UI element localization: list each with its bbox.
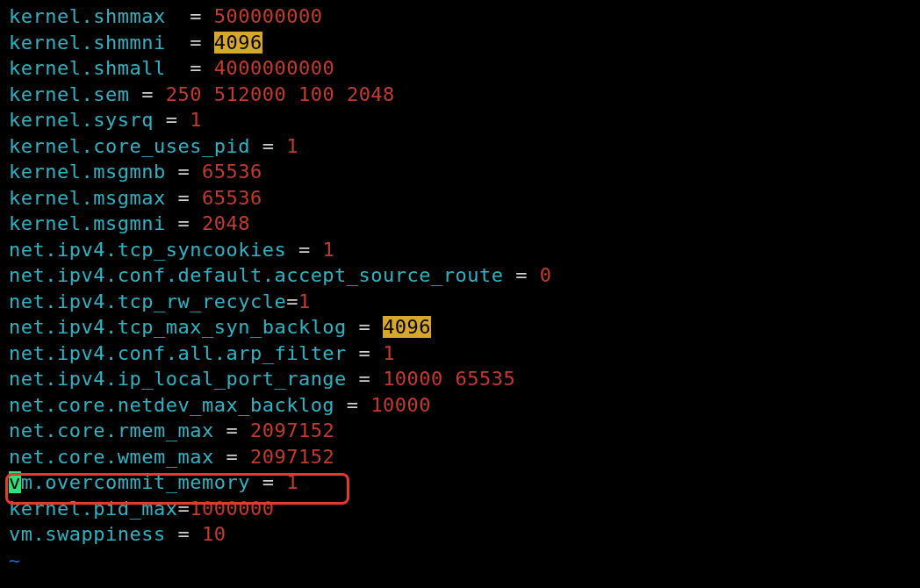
sysctl-value: 10000 65535 <box>383 368 515 390</box>
sysctl-value: 2097152 <box>250 419 334 441</box>
sysctl-value: 2048 <box>202 212 250 234</box>
config-line: kernel.shmall = 4000000000 <box>9 55 911 82</box>
config-line: net.core.rmem_max = 2097152 <box>9 418 911 444</box>
sysctl-value: 250 512000 100 2048 <box>166 83 395 105</box>
sysctl-value: 1 <box>286 471 298 493</box>
sysctl-value: 10 <box>202 523 226 545</box>
sysctl-key: net.core.netdev_max_backlog <box>9 394 334 416</box>
search-match: 4096 <box>214 32 262 54</box>
config-line: kernel.core_uses_pid = 1 <box>9 133 911 160</box>
config-line: net.core.wmem_max = 2097152 <box>9 444 911 470</box>
config-line: kernel.msgmnb = 65536 <box>9 159 911 185</box>
sysctl-key: net.core.wmem_max <box>9 446 214 468</box>
config-line: net.ipv4.ip_local_port_range = 10000 655… <box>9 366 911 392</box>
config-line: net.ipv4.conf.all.arp_filter = 1 <box>9 341 911 367</box>
equals-sign: = <box>214 419 250 441</box>
sysctl-key: net.ipv4.ip_local_port_range <box>9 368 347 390</box>
config-line: net.ipv4.conf.default.accept_source_rout… <box>9 262 911 289</box>
equals-sign: = <box>347 316 383 338</box>
sysctl-key: kernel.shmall <box>9 57 166 79</box>
equals-sign: = <box>286 239 322 261</box>
config-line: net.ipv4.tcp_max_syn_backlog = 4096 <box>9 314 911 341</box>
sysctl-value: 1 <box>190 109 202 131</box>
sysctl-value: 65536 <box>202 161 262 183</box>
equals-sign: = <box>166 523 202 545</box>
equals-sign: = <box>347 342 383 364</box>
config-line: ~ <box>9 548 911 574</box>
sysctl-key: net.ipv4.tcp_syncookies <box>9 239 286 261</box>
equals-sign: = <box>214 446 250 468</box>
equals-sign: = <box>177 498 190 520</box>
sysctl-key: net.ipv4.tcp_max_syn_backlog <box>9 316 347 338</box>
config-line: net.ipv4.tcp_syncookies = 1 <box>9 237 911 263</box>
sysctl-value: 1 <box>298 290 311 312</box>
sysctl-key: vm.swappiness <box>9 523 166 545</box>
equals-sign: = <box>347 368 383 390</box>
equals-sign: = <box>166 212 202 234</box>
terminal-output: kernel.shmmax = 500000000kernel.shmmni =… <box>0 0 920 573</box>
sysctl-value: 500000000 <box>214 5 323 27</box>
sysctl-key: kernel.shmmni <box>9 32 166 54</box>
config-line: net.ipv4.tcp_rw_recycle=1 <box>9 289 911 315</box>
equals-sign: = <box>166 32 214 54</box>
sysctl-key: kernel.msgmni <box>9 212 166 234</box>
equals-sign: = <box>166 57 214 79</box>
config-line: vm.swappiness = 10 <box>9 521 911 548</box>
equals-sign: = <box>504 264 540 286</box>
config-line: kernel.msgmni = 2048 <box>9 211 911 237</box>
equals-sign: = <box>166 5 214 27</box>
search-match: 4096 <box>383 316 431 338</box>
equals-sign: = <box>334 394 370 416</box>
config-line: kernel.shmmax = 500000000 <box>9 4 911 30</box>
config-line: kernel.pid_max=1000000 <box>9 496 911 522</box>
equals-sign: = <box>250 135 286 157</box>
sysctl-value: 1 <box>322 239 334 261</box>
sysctl-key: net.ipv4.conf.default.accept_source_rout… <box>9 264 504 286</box>
sysctl-value: 1 <box>383 342 395 364</box>
config-line: kernel.sysrq = 1 <box>9 107 911 133</box>
cursor: v <box>9 471 21 493</box>
sysctl-key: net.ipv4.conf.all.arp_filter <box>9 342 347 364</box>
sysctl-key: m.overcommit_memory <box>21 471 250 493</box>
sysctl-key: kernel.sysrq <box>9 109 154 131</box>
sysctl-value: 65536 <box>202 187 262 209</box>
equals-sign: = <box>154 109 190 131</box>
sysctl-key: kernel.pid_max <box>9 498 177 520</box>
sysctl-key: net.core.rmem_max <box>9 419 214 441</box>
equals-sign: = <box>286 290 298 312</box>
config-line: net.core.netdev_max_backlog = 10000 <box>9 392 911 419</box>
equals-sign: = <box>166 187 202 209</box>
sysctl-value: 0 <box>540 264 552 286</box>
sysctl-value: 1 <box>286 135 298 157</box>
vim-tilde: ~ <box>9 549 21 571</box>
sysctl-key: kernel.msgmax <box>9 187 166 209</box>
sysctl-value: 2097152 <box>250 446 334 468</box>
sysctl-key: kernel.sem <box>9 83 129 105</box>
config-line: kernel.sem = 250 512000 100 2048 <box>9 82 911 108</box>
sysctl-key: net.ipv4.tcp_rw_recycle <box>9 290 286 312</box>
sysctl-key: kernel.core_uses_pid <box>9 135 250 157</box>
sysctl-value: 10000 <box>370 394 431 416</box>
sysctl-key: kernel.shmmax <box>9 5 166 27</box>
equals-sign: = <box>250 471 286 493</box>
config-line: vm.overcommit_memory = 1 <box>9 470 911 496</box>
config-line: kernel.msgmax = 65536 <box>9 185 911 212</box>
sysctl-value: 4000000000 <box>214 57 334 79</box>
config-line: kernel.shmmni = 4096 <box>9 30 911 56</box>
equals-sign: = <box>166 161 202 183</box>
sysctl-value: 1000000 <box>190 498 274 520</box>
sysctl-key: kernel.msgmnb <box>9 161 166 183</box>
equals-sign: = <box>129 83 165 105</box>
